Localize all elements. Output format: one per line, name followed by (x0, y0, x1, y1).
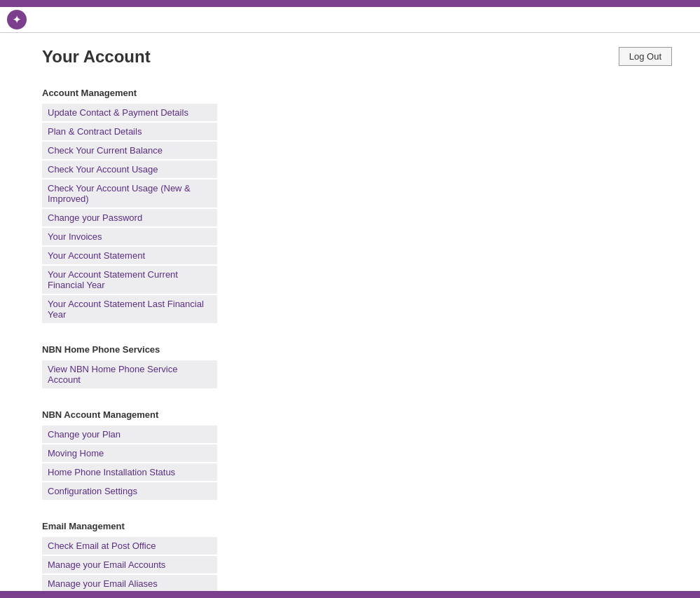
menu-item-nbn-account-management-3[interactable]: Configuration Settings (42, 482, 217, 500)
menu-item-email-management-2[interactable]: Manage your Email Aliases (42, 575, 217, 592)
header-bar: ✦ (0, 7, 700, 33)
menu-item-nbn-account-management-1[interactable]: Moving Home (42, 444, 217, 462)
menu-item-account-management-4[interactable]: Check Your Account Usage (New & Improved… (42, 179, 217, 208)
logo-icon: ✦ (7, 10, 27, 29)
menu-item-account-management-9[interactable]: Your Account Statement Last Financial Ye… (42, 295, 217, 323)
menu-item-email-management-1[interactable]: Manage your Email Accounts (42, 556, 217, 573)
section-nbn-account-management: NBN Account ManagementChange your PlanMo… (42, 409, 658, 500)
menu-item-account-management-7[interactable]: Your Account Statement (42, 247, 217, 264)
top-bar (0, 0, 700, 7)
main-content: Your Account Log Out Account ManagementU… (0, 33, 700, 598)
section-nbn-home-phone: NBN Home Phone ServicesView NBN Home Pho… (42, 344, 658, 388)
menu-item-account-management-0[interactable]: Update Contact & Payment Details (42, 104, 217, 121)
bottom-bar (0, 591, 700, 598)
section-email-management: Email ManagementCheck Email at Post Offi… (42, 521, 658, 598)
menu-item-nbn-account-management-2[interactable]: Home Phone Installation Status (42, 463, 217, 481)
logout-button[interactable]: Log Out (619, 47, 672, 66)
section-account-management: Account ManagementUpdate Contact & Payme… (42, 88, 658, 323)
menu-item-email-management-0[interactable]: Check Email at Post Office (42, 537, 217, 555)
menu-item-account-management-3[interactable]: Check Your Account Usage (42, 161, 217, 178)
menu-item-account-management-6[interactable]: Your Invoices (42, 228, 217, 245)
section-title-account-management: Account Management (42, 88, 658, 98)
menu-item-account-management-8[interactable]: Your Account Statement Current Financial… (42, 266, 217, 294)
menu-item-account-management-2[interactable]: Check Your Current Balance (42, 142, 217, 159)
menu-item-nbn-account-management-0[interactable]: Change your Plan (42, 426, 217, 443)
menu-item-account-management-5[interactable]: Change your Password (42, 209, 217, 226)
sections-container: Account ManagementUpdate Contact & Payme… (42, 88, 658, 598)
page-title: Your Account (42, 47, 658, 67)
section-title-nbn-home-phone: NBN Home Phone Services (42, 344, 658, 355)
section-title-email-management: Email Management (42, 521, 658, 531)
menu-item-account-management-1[interactable]: Plan & Contract Details (42, 123, 217, 140)
section-title-nbn-account-management: NBN Account Management (42, 409, 658, 420)
menu-item-nbn-home-phone-0[interactable]: View NBN Home Phone Service Account (42, 360, 217, 388)
